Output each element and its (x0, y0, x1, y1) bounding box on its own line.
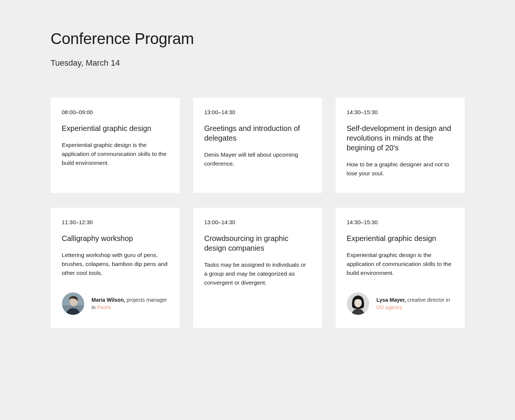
session-description: Tasks may be assigned to individuals or … (204, 260, 311, 287)
session-title: Self-development in design and revolutio… (347, 123, 453, 153)
session-description: Experiential graphic design is the appli… (347, 251, 453, 278)
program-card: 14:30–15:30 Experiential graphic design … (336, 208, 465, 328)
speaker-role: creative director in (407, 297, 450, 303)
program-card: 14:30–15:30 Self-development in design a… (336, 98, 465, 193)
session-time: 14:30–15:30 (347, 109, 453, 115)
page-title: Conference Program (51, 30, 465, 48)
speaker-info: Maria Wilson, projects manager in Pixels (92, 296, 169, 311)
session-title: Experiential graphic design (62, 123, 169, 133)
program-grid: 08:00–09:00 Experiential graphic design … (51, 98, 465, 328)
program-card: 08:00–09:00 Experiential graphic design … (51, 98, 180, 193)
session-description: Denis Mayer will tell about upcoming con… (204, 150, 311, 168)
speaker-info: Lysa Mayer, creative director in DD agen… (377, 296, 453, 311)
speaker-block: Lysa Mayer, creative director in DD agen… (347, 292, 453, 315)
speaker-name: Maria Wilson, (92, 297, 125, 303)
program-card: 13:00–14:30 Crowdsourcing in graphic des… (193, 208, 322, 328)
session-description: How to be a graphic designer and not to … (347, 160, 453, 178)
program-card: 11:30–12:30 Calligraphy workshop Letteri… (51, 208, 180, 328)
speaker-block: Maria Wilson, projects manager in Pixels (62, 292, 169, 315)
speaker-name: Lysa Mayer, (377, 297, 406, 303)
session-time: 14:30–15:30 (347, 219, 453, 225)
session-time: 13:00–14:30 (204, 219, 311, 225)
avatar (62, 292, 84, 315)
avatar (347, 292, 369, 315)
program-card: 13:00–14:30 Greetings and introduction o… (193, 98, 322, 193)
session-time: 13:00–14:30 (204, 109, 311, 115)
speaker-link[interactable]: DD agency (377, 304, 402, 310)
session-description: Experiential graphic design is the appli… (62, 141, 169, 167)
session-title: Crowdsourcing in graphic design companie… (204, 233, 311, 253)
session-title: Calligraphy workshop (62, 233, 169, 243)
session-description: Lettering workshop with guru of pens, br… (62, 251, 169, 278)
page-date: Tuesday, March 14 (51, 58, 465, 68)
session-title: Experiential graphic design (347, 233, 453, 243)
session-time: 11:30–12:30 (62, 219, 169, 225)
session-title: Greetings and introduction of delegates (204, 123, 311, 143)
session-time: 08:00–09:00 (62, 109, 169, 115)
speaker-link[interactable]: Pixels (97, 304, 111, 310)
